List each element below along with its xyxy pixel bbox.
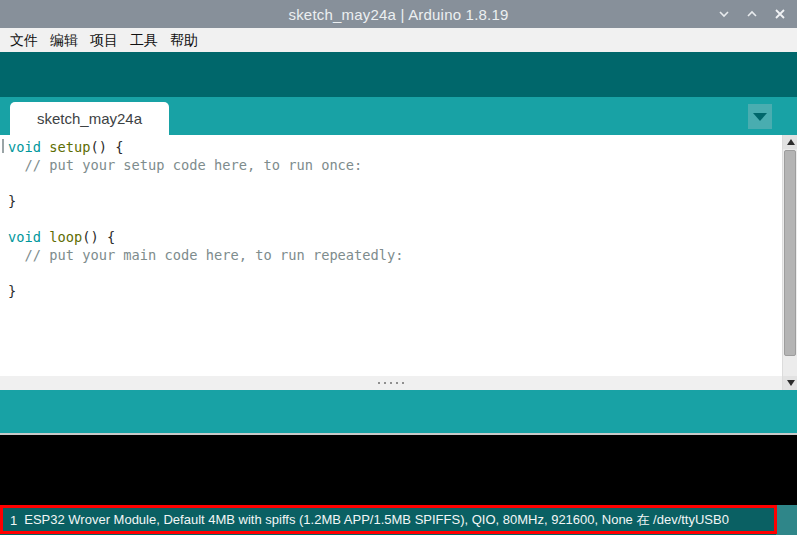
code-line: } — [8, 282, 778, 300]
arduino-ide-window: sketch_may24a | Arduino 1.8.19 文件 编辑 项目 — [0, 0, 797, 535]
editor-scrollbar[interactable] — [782, 135, 797, 390]
statusbar-corner — [776, 505, 797, 535]
window-title: sketch_may24a | Arduino 1.8.19 — [288, 6, 508, 23]
splitter-grip-icon — [374, 381, 408, 385]
menu-file[interactable]: 文件 — [4, 28, 44, 52]
triangle-up-icon — [787, 139, 795, 145]
console-splitter[interactable] — [0, 376, 782, 390]
chevron-down-icon — [753, 113, 767, 121]
tab-sketch-may24a[interactable]: sketch_may24a — [10, 102, 169, 135]
maximize-button[interactable] — [741, 3, 763, 25]
board-port-info: ESP32 Wrover Module, Default 4MB with sp… — [24, 511, 729, 529]
code-line — [8, 174, 778, 192]
titlebar[interactable]: sketch_may24a | Arduino 1.8.19 — [0, 0, 797, 28]
close-icon — [774, 8, 786, 20]
close-button[interactable] — [769, 3, 791, 25]
toolbar — [0, 52, 797, 97]
statusbar: 1 ESP32 Wrover Module, Default 4MB with … — [0, 505, 797, 535]
code-line: void setup() { — [8, 138, 778, 156]
menu-tools[interactable]: 工具 — [124, 28, 164, 52]
status-message-bar — [0, 390, 797, 435]
code-lines[interactable]: void setup() { // put your setup code he… — [0, 135, 782, 376]
code-line — [8, 264, 778, 282]
code-line: // put your main code here, to run repea… — [8, 246, 778, 264]
menu-edit[interactable]: 编辑 — [44, 28, 84, 52]
code-line — [8, 210, 778, 228]
scroll-down-button[interactable] — [783, 376, 797, 390]
code-editor[interactable]: void setup() { // put your setup code he… — [0, 135, 797, 390]
scrollbar-thumb[interactable] — [784, 150, 796, 356]
code-line: } — [8, 192, 778, 210]
line-number: 1 — [10, 513, 17, 528]
scroll-up-button[interactable] — [783, 135, 797, 149]
menu-sketch[interactable]: 项目 — [84, 28, 124, 52]
chevron-down-icon — [718, 8, 730, 20]
minimize-button[interactable] — [713, 3, 735, 25]
menu-help[interactable]: 帮助 — [164, 28, 204, 52]
chevron-up-icon — [746, 8, 758, 20]
window-controls — [713, 0, 791, 28]
console-output[interactable] — [0, 435, 797, 505]
code-line: void loop() { — [8, 228, 778, 246]
tab-list-button[interactable] — [748, 104, 772, 129]
tabbar: sketch_may24a — [0, 97, 797, 135]
menubar: 文件 编辑 项目 工具 帮助 — [0, 28, 797, 52]
triangle-down-icon — [787, 380, 795, 386]
code-line: // put your setup code here, to run once… — [8, 156, 778, 174]
